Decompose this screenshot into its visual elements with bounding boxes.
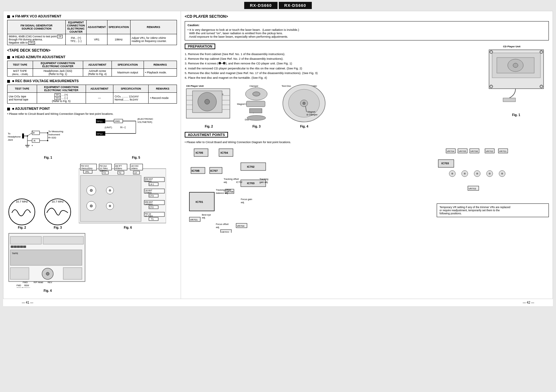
- svg-rp-head-label: R/P Head: [34, 281, 43, 283]
- td-rem2-val: • Playback mode.: [144, 69, 177, 77]
- svg-line-2: [27, 133, 32, 136]
- svg-freq2: 10.7 MHz: [16, 200, 28, 203]
- svg-point-41: [90, 205, 93, 207]
- svg-vr702-top: VR702: [486, 150, 493, 153]
- svg-plus: +: [31, 130, 33, 133]
- svg-vr703-bottom: VR703: [468, 187, 476, 190]
- head-azimuth-table: TEST TAPE EQUIPMENT CONNECTIONELECTRONIC…: [7, 61, 177, 77]
- svg-l6-label: L6: [134, 172, 137, 174]
- svg-mwant-label: MW ANT: [145, 178, 153, 180]
- svg-screw1: ❶: [490, 51, 492, 53]
- cd-fig2: CD Player Unit Ribs: [185, 83, 233, 128]
- svg-tracking-gain2: gain adj.: [259, 181, 268, 184]
- td-adj2-val: Azimuth screw(Refer to Fig. 4): [83, 69, 112, 77]
- cd-fig2-label: Fig. 2: [185, 125, 233, 128]
- svg-rev-label: REV: [48, 281, 52, 283]
- svg-focus-gain-adj: adj.: [241, 201, 245, 204]
- svg-focus-offset-adj: adj.: [216, 226, 220, 229]
- svg-screw2: ❷: [540, 51, 542, 53]
- svg-fmvco-freq: 19kHz±50Hz: [81, 167, 93, 170]
- svg-tracking-offset: Tracking offset: [224, 178, 239, 180]
- svg-ic703: IC703: [247, 182, 254, 185]
- page-right: — 42 —: [523, 301, 534, 304]
- fm-vco-table: FM SIGNAL GENERATORSOURCE CONNECTION EQU…: [7, 20, 177, 45]
- waveform-row: 10.7 MHz Fig. 2 10.7 MHz Fig. 3: [7, 162, 177, 229]
- td-adj3-val: —: [86, 93, 113, 104]
- cd-fig1-area: CD Player Unit ❶ ❷: [483, 44, 549, 128]
- prep-steps: 1. Remove the front cabinet (See Ref. No…: [185, 52, 480, 80]
- td-spec3-val: CrO₂ ......... 12±1mVNormal........ 8±1m…: [113, 93, 149, 104]
- fig6-label: Fig. 6: [79, 226, 177, 229]
- table-row: teST TAPE(8kHz, −20dB) Headphones Jack (…: [7, 69, 177, 77]
- fig1-circuit: To Headphone Jack R' To Measuring In: [7, 117, 89, 159]
- td-test-tape-val: teST TAPE(8kHz, −20dB): [7, 69, 33, 77]
- svg-lwant-label: LW ANT: [145, 189, 152, 192]
- svg-rect-76: [249, 109, 262, 113]
- svg-elec-volt2: VOLTMETER): [137, 121, 152, 124]
- fig6-diagram: FM VCO 19kHz±50Hz VR1 FM 2nd 10.7MHz 455…: [79, 162, 177, 229]
- svg-amift-label: AM IFT: [115, 165, 122, 167]
- svg-ic702-adj: adj.: [224, 181, 227, 184]
- svg-vr704-top: VR704: [447, 150, 454, 153]
- svg-point-11: [47, 132, 48, 133]
- svg-minus: +: [31, 144, 33, 147]
- fm-vco-title: ■ FM-MPX VCO ADJUSTMENT: [7, 14, 177, 18]
- svg-rect-61: [10, 268, 29, 279]
- svg-t2-label: T2: [119, 172, 121, 174]
- svg-unit-label: (UNIT): [105, 126, 112, 129]
- th-spec2: SPECIFICATION: [112, 61, 144, 69]
- svg-tracking-gain: Tracking: [259, 178, 268, 180]
- th-rem3: REMARKS: [149, 85, 177, 93]
- fig1-label: Fig. 1: [7, 156, 89, 159]
- page-left: — 41 —: [22, 301, 33, 304]
- temp-vr-note: Temporary VR setting if any of the trimm…: [437, 203, 549, 217]
- svg-ct2-label: CT2: [150, 206, 154, 208]
- step-6: 6. Place the test disc and magnet on the…: [185, 75, 480, 80]
- step-2: 2. Remove the top cabinet (See Ref. No. …: [185, 56, 480, 61]
- svg-rect-60: [10, 250, 82, 265]
- fig6-svg: FM VCO 19kHz±50Hz VR1 FM 2nd 10.7MHz 455…: [79, 162, 166, 225]
- td-tape-type: Use CrO₂ tapeand Normal tape: [7, 93, 37, 104]
- svg-ic704: IC704: [221, 151, 228, 154]
- svg-ic702: IC702: [247, 165, 254, 168]
- tp2-badge: TP2: [28, 41, 35, 44]
- svg-vr1-label: VR1: [85, 171, 89, 173]
- svg-rect-55: [11, 246, 13, 248]
- svg-rect-56: [14, 246, 17, 248]
- ic-layout-right: VR704 VR705 VR706 VR702: [437, 146, 549, 217]
- svg-cd-unit1: CD Player Unit: [503, 45, 520, 48]
- fig4-label: Fig. 4: [7, 289, 88, 292]
- fig3-label: Fig. 3: [54, 226, 62, 229]
- cd-fig4-svg: Test Disc Disc Holder Magnet & Clamper: [280, 83, 328, 124]
- caution-title: Caution:: [188, 23, 546, 27]
- svg-ic702-label2: IC702: [236, 181, 242, 184]
- th-source: FM SIGNAL GENERATORSOURCE CONNECTION: [7, 20, 66, 34]
- td-eq: FM... (+)TP2... (−): [66, 34, 86, 45]
- td-rem3-val: • Record mode: [149, 93, 177, 104]
- page-numbers: — 41 — — 42 —: [3, 299, 553, 306]
- svg-point-72: [205, 99, 210, 104]
- svg-point-40: [90, 189, 93, 192]
- cd-adj-note: • Please refer to Circuit Board and Wiri…: [185, 141, 549, 144]
- fig5-label: Fig. 5: [95, 156, 177, 159]
- svg-cd-unit2: CD Player Unit: [186, 85, 204, 87]
- cd-content-row: PREPARATION 1. Remove the front cabinet …: [185, 44, 549, 128]
- vr-layout-svg: VR704 VR705 VR706 VR702: [437, 146, 547, 202]
- circuit-svg: To Headphone Jack R' To Measuring In: [7, 117, 82, 155]
- svg-rew: REW: [24, 284, 29, 287]
- th-specification: SPECIFICATION: [107, 20, 130, 34]
- svg-fm2nd-label: FM 2nd: [100, 165, 107, 167]
- svg-ic701: IC701: [196, 200, 203, 203]
- svg-vr706-top: VR706: [470, 150, 478, 153]
- svg-ct3-label: CT3: [150, 195, 154, 197]
- rec-bias-table: TEST TAPE EQUIPMENT CONNECTIONELECTRONIC…: [7, 85, 177, 104]
- svg-lwant-freq: 270kHz: [145, 192, 152, 194]
- svg-measuring-label: To Measuring: [48, 130, 63, 133]
- ic-layout-svg: IC705 IC704 IC70B IC707: [185, 146, 294, 233]
- adj-point-section: ■ ADJUSTMENT POINT • Please refer to Cir…: [7, 107, 177, 292]
- svg-in-symbol: In ◁: [120, 126, 126, 129]
- black-square-icon: [7, 15, 10, 18]
- td-source: 96MHz, 60dB (CW) Connect to test point T…: [7, 34, 66, 45]
- cd-figures-row: CD Player Unit Ribs: [185, 83, 480, 128]
- svg-rect-7: [32, 139, 40, 142]
